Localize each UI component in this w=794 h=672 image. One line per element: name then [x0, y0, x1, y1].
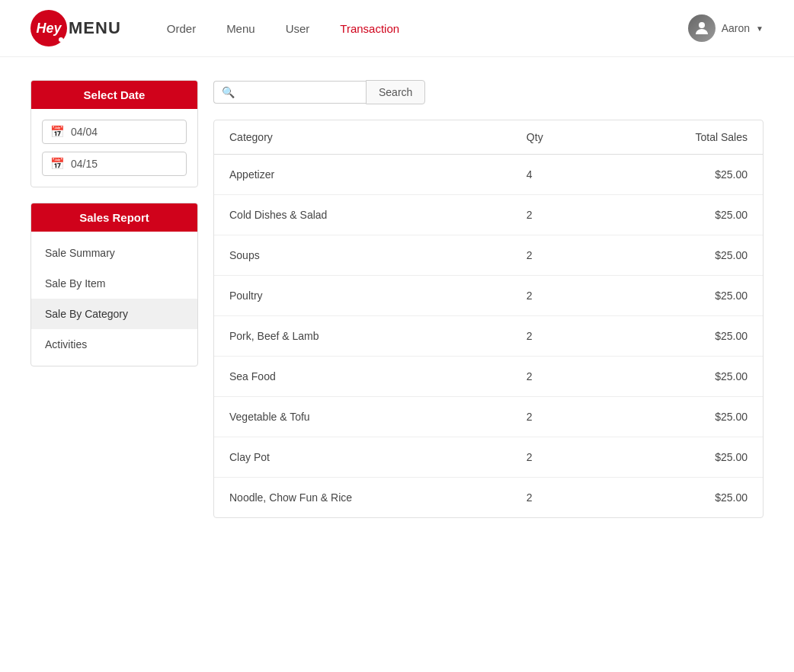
calendar-start-icon: 📅 — [50, 125, 65, 139]
nav-user[interactable]: User — [286, 22, 310, 35]
cell-qty: 2 — [511, 195, 603, 235]
cell-qty: 4 — [511, 155, 603, 195]
cell-category: Poultry — [214, 276, 511, 316]
sales-table-container: Category Qty Total Sales Appetizer 4 $25… — [213, 120, 764, 518]
cell-total: $25.00 — [603, 478, 763, 518]
cell-qty: 2 — [511, 235, 603, 276]
sidebar: Select Date 📅 📅 Sales Report Sale Summar… — [30, 80, 198, 518]
cell-total: $25.00 — [603, 437, 763, 478]
end-date-input[interactable] — [71, 158, 178, 170]
date-fields: 📅 📅 — [31, 109, 197, 187]
table-row: Sea Food 2 $25.00 — [214, 357, 763, 397]
start-date-input[interactable] — [71, 126, 178, 138]
cell-total: $25.00 — [603, 397, 763, 437]
cell-qty: 2 — [511, 397, 603, 437]
table-row: Appetizer 4 $25.00 — [214, 155, 763, 195]
sales-report-menu: Sale Summary Sale By Item Sale By Catego… — [31, 232, 197, 366]
cell-qty: 2 — [511, 437, 603, 478]
table-row: Noodle, Chow Fun & Rice 2 $25.00 — [214, 478, 763, 518]
col-total-sales: Total Sales — [603, 120, 763, 155]
sidebar-item-activities[interactable]: Activities — [31, 329, 197, 360]
table-row: Soups 2 $25.00 — [214, 235, 763, 276]
cell-category: Clay Pot — [214, 437, 511, 478]
calendar-end-icon: 📅 — [50, 157, 65, 171]
cell-qty: 2 — [511, 478, 603, 518]
col-qty: Qty — [511, 120, 603, 155]
cell-total: $25.00 — [603, 276, 763, 316]
nav-transaction[interactable]: Transaction — [340, 22, 399, 35]
logo-text: MENU — [69, 18, 121, 38]
cell-total: $25.00 — [603, 155, 763, 195]
cell-category: Noodle, Chow Fun & Rice — [214, 478, 511, 518]
search-button[interactable]: Search — [366, 80, 425, 104]
sales-report-card: Sales Report Sale Summary Sale By Item S… — [30, 203, 198, 366]
cell-category: Appetizer — [214, 155, 511, 195]
sales-table: Category Qty Total Sales Appetizer 4 $25… — [214, 120, 763, 517]
end-date-wrapper[interactable]: 📅 — [42, 152, 187, 176]
user-area: Aaron ▼ — [688, 14, 764, 42]
sidebar-item-sale-by-category[interactable]: Sale By Category — [31, 299, 197, 329]
date-card: Select Date 📅 📅 — [30, 80, 198, 187]
search-bar: 🔍 Search — [213, 80, 764, 104]
table-header: Category Qty Total Sales — [214, 120, 763, 155]
date-section-title: Select Date — [31, 81, 197, 109]
cell-qty: 2 — [511, 276, 603, 316]
table-row: Poultry 2 $25.00 — [214, 276, 763, 316]
main-content: Select Date 📅 📅 Sales Report Sale Summar… — [0, 57, 794, 541]
search-icon: 🔍 — [222, 86, 235, 98]
main-nav: Order Menu User Transaction — [167, 22, 688, 35]
cell-category: Pork, Beef & Lamb — [214, 316, 511, 357]
cell-category: Sea Food — [214, 357, 511, 397]
sidebar-item-sale-summary[interactable]: Sale Summary — [31, 238, 197, 268]
cell-total: $25.00 — [603, 316, 763, 357]
col-category: Category — [214, 120, 511, 155]
cell-total: $25.00 — [603, 357, 763, 397]
cell-category: Soups — [214, 235, 511, 276]
content-area: 🔍 Search Category Qty Total Sales Appeti… — [213, 80, 764, 518]
start-date-wrapper[interactable]: 📅 — [42, 120, 187, 144]
user-dropdown-icon[interactable]: ▼ — [756, 24, 764, 33]
cell-category: Cold Dishes & Salad — [214, 195, 511, 235]
logo-icon: Hey — [30, 10, 67, 46]
search-input[interactable] — [239, 86, 358, 98]
cell-category: Vegetable & Tofu — [214, 397, 511, 437]
nav-order[interactable]: Order — [167, 22, 196, 35]
avatar — [688, 14, 716, 42]
cell-qty: 2 — [511, 316, 603, 357]
sales-report-title: Sales Report — [31, 203, 197, 232]
header: Hey MENU Order Menu User Transaction Aar… — [0, 0, 794, 57]
cell-qty: 2 — [511, 357, 603, 397]
svg-point-0 — [699, 22, 705, 28]
user-name: Aaron — [722, 22, 750, 34]
table-body: Appetizer 4 $25.00 Cold Dishes & Salad 2… — [214, 155, 763, 518]
table-row: Pork, Beef & Lamb 2 $25.00 — [214, 316, 763, 357]
table-row: Cold Dishes & Salad 2 $25.00 — [214, 195, 763, 235]
sidebar-item-sale-by-item[interactable]: Sale By Item — [31, 268, 197, 299]
table-row: Vegetable & Tofu 2 $25.00 — [214, 397, 763, 437]
table-row: Clay Pot 2 $25.00 — [214, 437, 763, 478]
search-input-wrapper: 🔍 — [213, 81, 366, 104]
logo[interactable]: Hey MENU — [30, 10, 121, 46]
cell-total: $25.00 — [603, 235, 763, 276]
cell-total: $25.00 — [603, 195, 763, 235]
nav-menu[interactable]: Menu — [226, 22, 255, 35]
